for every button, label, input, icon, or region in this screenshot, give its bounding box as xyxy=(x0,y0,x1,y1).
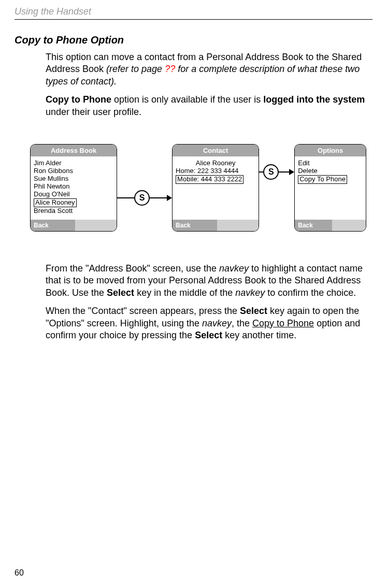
screen-title: Address Book xyxy=(31,145,117,156)
right-softkey xyxy=(332,220,366,231)
page-header: Using the Handset xyxy=(0,0,387,17)
list-item: Jim Alder xyxy=(34,160,113,167)
back-softkey: Back xyxy=(173,220,217,231)
text-italic: navkey xyxy=(235,288,265,298)
line xyxy=(279,171,289,173)
screen-address-book: Address Book Jim Alder Ron Gibbons Sue M… xyxy=(30,144,117,232)
page-ref: ?? xyxy=(165,64,175,74)
screen-body: Edit Delete Copy To Phone xyxy=(295,156,366,220)
select-key-icon: S xyxy=(263,164,279,180)
back-softkey: Back xyxy=(31,220,75,231)
line xyxy=(117,197,134,198)
arrow-icon xyxy=(289,169,294,175)
list-item: Phil Newton xyxy=(34,183,113,191)
text: under their user profile. xyxy=(46,107,141,117)
screen-title: Options xyxy=(295,145,366,156)
text: , the xyxy=(232,318,252,328)
screen-body: Jim Alder Ron Gibbons Sue Mullins Phil N… xyxy=(31,156,117,220)
list-item: Doug O'Neil xyxy=(34,191,113,198)
text-underline: Copy to Phone xyxy=(252,318,314,328)
text: key in the middle of the xyxy=(134,288,235,298)
connector: S xyxy=(259,164,294,180)
text-italic: navkey xyxy=(202,318,232,328)
text: key another time. xyxy=(222,330,296,340)
diagram: Address Book Jim Alder Ron Gibbons Sue M… xyxy=(30,144,366,232)
text: option is only available if the user is xyxy=(111,94,263,105)
list-item-selected: Alice Rooney xyxy=(34,198,77,207)
contact-mobile-selected: Mobile: 444 333 2222 xyxy=(176,175,243,184)
list-item: Ron Gibbons xyxy=(34,167,113,175)
select-key-icon: S xyxy=(134,190,150,206)
content: Copy to Phone Option This option can mov… xyxy=(0,20,387,341)
contact-name: Alice Rooney xyxy=(176,160,255,167)
list-item-selected: Copy To Phone xyxy=(298,175,347,184)
right-softkey xyxy=(217,220,259,231)
text-bold: Select xyxy=(195,330,222,340)
list-item: Brenda Scott xyxy=(34,207,113,215)
screen-body: Alice Rooney Home: 222 333 4444 Mobile: … xyxy=(173,156,259,220)
section-title: Copy to Phone Option xyxy=(15,34,366,46)
page-number: 60 xyxy=(15,568,24,578)
intro-paragraph-2: Copy to Phone option is only available i… xyxy=(46,94,366,118)
screen-footer: Back xyxy=(173,220,259,231)
text-italic: (refer to page xyxy=(106,64,165,74)
screen-footer: Back xyxy=(295,220,366,231)
contact-home: Home: 222 333 4444 xyxy=(176,167,255,175)
arrow-icon xyxy=(167,195,172,201)
screen-contact: Contact Alice Rooney Home: 222 333 4444 … xyxy=(172,144,259,232)
screen-footer: Back xyxy=(31,220,117,231)
text: From the "Address Book" screen, use the xyxy=(46,263,219,274)
list-item: Delete xyxy=(298,167,363,175)
text-bold: Select xyxy=(107,288,134,298)
text-bold: Copy to Phone xyxy=(46,94,111,105)
intro-paragraph-1: This option can move a contact from a Pe… xyxy=(46,51,366,88)
list-item: Sue Mullins xyxy=(34,175,113,183)
text-bold: Select xyxy=(240,306,267,316)
back-softkey: Back xyxy=(295,220,332,231)
screen-options: Options Edit Delete Copy To Phone Back xyxy=(294,144,366,232)
footer-paragraph-1: From the "Address Book" screen, use the … xyxy=(46,263,366,299)
screen-title: Contact xyxy=(173,145,259,156)
footer-paragraph-2: When the "Contact" screen appears, press… xyxy=(46,305,366,341)
line xyxy=(150,197,167,198)
text-bold: logged into the system xyxy=(263,94,365,105)
right-softkey xyxy=(75,220,117,231)
text-italic: navkey xyxy=(219,263,249,274)
line xyxy=(259,171,263,173)
connector: S xyxy=(117,190,172,206)
list-item: Edit xyxy=(298,160,363,167)
text: to confirm the choice. xyxy=(265,288,356,298)
text: When the "Contact" screen appears, press… xyxy=(46,306,240,316)
